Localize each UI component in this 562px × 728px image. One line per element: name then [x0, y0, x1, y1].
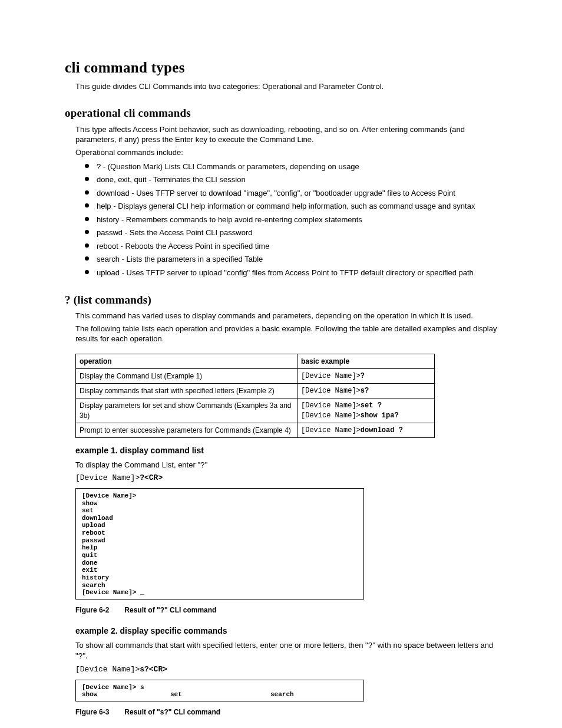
intro-block: This guide divides CLI Commands into two…: [65, 81, 497, 92]
operational-list: ? - (Question Mark) Lists CLI Commands o…: [75, 162, 497, 278]
example2-terminal: [Device Name]> s show set search: [75, 680, 364, 701]
table-header-example: basic example: [297, 354, 435, 368]
list-item: download - Uses TFTP server to download …: [85, 188, 497, 199]
example2-terminal-line1: [Device Name]> s: [82, 684, 358, 691]
table-cell-example: [Device Name]>set ? [Device Name]>show i…: [297, 398, 435, 423]
table-cell-operation: Display commands that start with specifi…: [76, 384, 297, 398]
list-item: reboot - Reboots the Access Point in spe…: [85, 241, 497, 252]
example2-p1: To show all commands that start with spe…: [75, 640, 497, 662]
list-item: passwd - Sets the Access Point CLI passw…: [85, 228, 497, 238]
table-row: Display parameters for set and show Comm…: [76, 398, 435, 423]
table-row: Display the Command List (Example 1) [De…: [76, 368, 435, 383]
list-commands-p2: The following table lists each operation…: [75, 324, 497, 344]
table-cell-example: [Device Name]>download ?: [297, 423, 435, 437]
table-cell-operation: Prompt to enter successive parameters fo…: [76, 423, 297, 437]
example1-terminal: [Device Name]> show set download upload …: [75, 488, 364, 599]
table-cell-example: [Device Name]>s?: [297, 384, 435, 398]
figure-6-2-caption: Figure 6-2Result of "?" CLI command: [75, 605, 497, 615]
example1-p1: To display the Command List, enter "?": [75, 460, 497, 471]
list-item: help - Displays general CLI help informa…: [85, 201, 497, 212]
section-list-body: This command has varied uses to display …: [65, 311, 497, 717]
section-list-commands-heading: ? (list commands): [65, 292, 497, 308]
operational-p1: This type affects Access Point behavior,…: [75, 124, 497, 145]
list-commands-p1: This command has varied uses to display …: [75, 311, 497, 321]
list-item: search - Lists the parameters in a speci…: [85, 254, 497, 265]
table-row: Display commands that start with specifi…: [76, 384, 435, 398]
figure-6-3-caption: Figure 6-3Result of "s?" CLI command: [75, 707, 497, 717]
operations-table: operation basic example Display the Comm…: [75, 354, 435, 438]
page: cli command types This guide divides CLI…: [0, 0, 562, 728]
operational-p2: Operational commands include:: [75, 147, 497, 158]
example2-terminal-row: show set search: [82, 691, 358, 699]
list-item: upload - Uses TFTP server to upload "con…: [85, 268, 497, 278]
list-item: done, exit, quit - Terminates the CLI se…: [85, 174, 497, 185]
table-header-operation: operation: [76, 354, 297, 368]
example1-heading: example 1. display command list: [75, 445, 497, 456]
example1-prompt: [Device Name]>?<CR>: [75, 473, 497, 483]
page-title: cli command types: [65, 58, 497, 78]
list-item: ? - (Question Mark) Lists CLI Commands o…: [85, 162, 497, 172]
example2-heading: example 2. display specific commands: [75, 625, 497, 637]
table-row: Prompt to enter successive parameters fo…: [76, 423, 435, 437]
example2-prompt: [Device Name]>s?<CR>: [75, 664, 497, 675]
section-operational-body: This type affects Access Point behavior,…: [65, 124, 497, 278]
table-cell-example: [Device Name]>?: [297, 368, 435, 383]
section-operational-heading: operational cli commands: [65, 106, 497, 121]
intro-paragraph: This guide divides CLI Commands into two…: [75, 81, 497, 92]
table-cell-operation: Display the Command List (Example 1): [76, 368, 297, 383]
list-item: history - Remembers commands to help avo…: [85, 215, 497, 225]
table-cell-operation: Display parameters for set and show Comm…: [76, 398, 297, 423]
